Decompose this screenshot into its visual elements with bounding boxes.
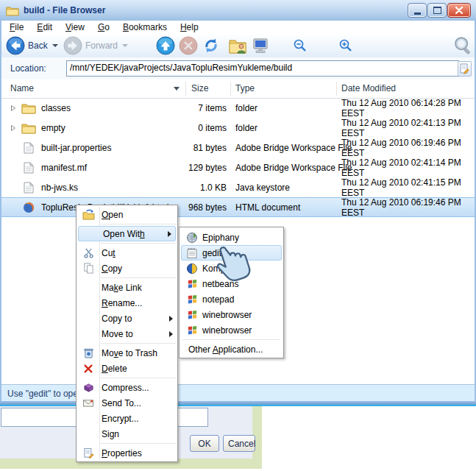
status-bar: Use "gedit" to open	[1, 384, 475, 402]
zoom-in-button[interactable]	[338, 38, 353, 53]
menu-item-rename[interactable]: Rename...	[77, 295, 177, 311]
ok-button[interactable]: OK	[190, 435, 219, 452]
menu-item-copy[interactable]: Copy	[77, 261, 177, 276]
menu-item-move-to[interactable]: Move to	[77, 326, 177, 341]
windows-app-icon	[184, 325, 200, 336]
epiphany-icon	[184, 232, 200, 244]
menubar: File Edit View Go Bookmarks Help	[1, 21, 476, 34]
window-border	[0, 21, 1, 401]
sort-descending-icon	[174, 87, 180, 91]
computer-button[interactable]	[252, 36, 271, 55]
open-with-item-other-application[interactable]: Other Application...	[180, 341, 283, 357]
column-divider[interactable]	[185, 82, 186, 96]
file-row-empty[interactable]: empty 0 items folder Thu 12 Aug 2010 02:…	[1, 118, 475, 138]
zoom-out-button[interactable]	[293, 38, 308, 53]
kompozer-icon	[184, 263, 200, 275]
menu-file[interactable]: File	[3, 21, 30, 34]
cancel-button[interactable]: Cancel	[223, 435, 255, 452]
column-header-type[interactable]: Type	[235, 83, 255, 93]
forward-icon	[63, 36, 82, 55]
edit-location-button[interactable]	[458, 61, 472, 77]
forward-button[interactable]: Forward	[63, 36, 128, 55]
up-button[interactable]	[156, 36, 175, 55]
menu-separator	[101, 378, 176, 378]
column-header-size[interactable]: Size	[191, 83, 208, 93]
menu-item-open[interactable]: Open	[77, 207, 177, 222]
edit-location-icon	[460, 63, 469, 74]
search-icon	[452, 35, 473, 56]
window-title: build - File Browser	[24, 5, 105, 15]
menu-bookmarks[interactable]: Bookmarks	[116, 21, 174, 34]
document-icon	[19, 142, 38, 154]
file-row-built-jar[interactable]: built-jar.properties 81 bytes Adobe Brid…	[1, 138, 475, 157]
column-divider[interactable]	[336, 82, 337, 96]
menu-item-make-link[interactable]: Make Link	[77, 280, 177, 295]
menu-item-cut[interactable]: Cut	[77, 245, 177, 261]
back-button[interactable]: Back	[6, 36, 58, 55]
column-header-date[interactable]: Date Modified	[341, 83, 396, 93]
menu-item-sign[interactable]: Sign	[77, 426, 177, 442]
zoom-out-icon	[293, 38, 308, 53]
menu-item-send-to[interactable]: Send To...	[77, 395, 177, 411]
menu-item-properties[interactable]: Properties	[77, 445, 177, 461]
location-label: Location:	[10, 63, 46, 74]
home-icon	[228, 37, 247, 54]
context-menu: Open Open With Cut Copy Make Link Rename…	[76, 205, 178, 462]
open-with-item-winebrowser-2[interactable]: winebrowser	[180, 322, 283, 338]
screen: OK Cancel build - File Browser File Edit…	[0, 0, 476, 471]
menu-help[interactable]: Help	[174, 21, 205, 34]
open-icon	[77, 209, 100, 220]
stop-button	[179, 36, 198, 55]
maximize-button[interactable]	[428, 4, 446, 17]
expander-icon[interactable]	[7, 105, 19, 112]
minimize-button[interactable]	[408, 4, 426, 17]
titlebar[interactable]: build - File Browser	[0, 0, 476, 21]
menu-view[interactable]: View	[59, 21, 91, 34]
menu-item-delete[interactable]: Delete	[77, 361, 177, 376]
file-list: classes 7 items folder Thu 12 Aug 2010 0…	[1, 98, 475, 217]
windows-app-icon	[184, 309, 200, 320]
expander-icon[interactable]	[7, 124, 19, 132]
menu-separator	[101, 243, 176, 244]
location-input[interactable]: /mnt/YEDEK/javaProjects/JavaTopluResimYu…	[66, 60, 459, 77]
submenu-arrow-icon	[168, 231, 171, 237]
toolbar: Back Forward	[1, 34, 475, 58]
search-button[interactable]	[452, 35, 473, 56]
location-bar: Location: /mnt/YEDEK/javaProjects/JavaTo…	[1, 57, 475, 80]
close-icon	[455, 7, 463, 14]
home-button[interactable]	[228, 37, 247, 54]
file-row-selected-html[interactable]: TopluResimDegistiriliYukle1.html 968 byt…	[1, 197, 475, 217]
file-row-manifest[interactable]: manifest.mf 129 bytes Adobe Bridge Works…	[1, 157, 475, 177]
menu-item-move-to-trash[interactable]: Move to Trash	[77, 345, 177, 361]
column-header-name[interactable]: Name	[10, 83, 34, 93]
reload-button[interactable]	[202, 36, 221, 55]
zoom-in-icon	[338, 38, 353, 53]
menu-edit[interactable]: Edit	[30, 21, 59, 34]
window-controls	[408, 4, 470, 17]
delete-icon	[77, 364, 100, 374]
menu-item-copy-to[interactable]: Copy to	[77, 311, 177, 326]
menu-item-encrypt[interactable]: Encrypt...	[77, 411, 177, 426]
status-text: Use "gedit" to open	[7, 389, 83, 399]
send-to-icon	[77, 398, 100, 408]
file-row-nb-jws[interactable]: nb-jws.ks 1.0 KB Java keystore Thu 12 Au…	[1, 177, 475, 197]
stop-icon	[179, 36, 198, 55]
gedit-icon	[184, 247, 200, 259]
copy-icon	[77, 263, 100, 274]
close-button[interactable]	[448, 4, 470, 17]
back-icon	[6, 36, 25, 55]
column-divider[interactable]	[230, 82, 231, 96]
file-row-classes[interactable]: classes 7 items folder Thu 12 Aug 2010 0…	[1, 98, 475, 118]
trash-icon	[77, 347, 100, 358]
open-with-item-winebrowser-1[interactable]: winebrowser	[180, 307, 283, 322]
document-icon	[19, 182, 38, 194]
menu-item-compress[interactable]: Compress...	[77, 380, 177, 395]
maximize-icon	[433, 7, 441, 14]
document-icon	[19, 162, 38, 174]
menu-separator	[101, 443, 176, 444]
menu-separator	[182, 339, 280, 340]
menu-item-open-with[interactable]: Open With	[78, 226, 176, 241]
back-dropdown-icon[interactable]	[52, 44, 58, 47]
menu-go[interactable]: Go	[91, 21, 116, 34]
open-with-item-notepad[interactable]: notepad	[180, 291, 283, 307]
